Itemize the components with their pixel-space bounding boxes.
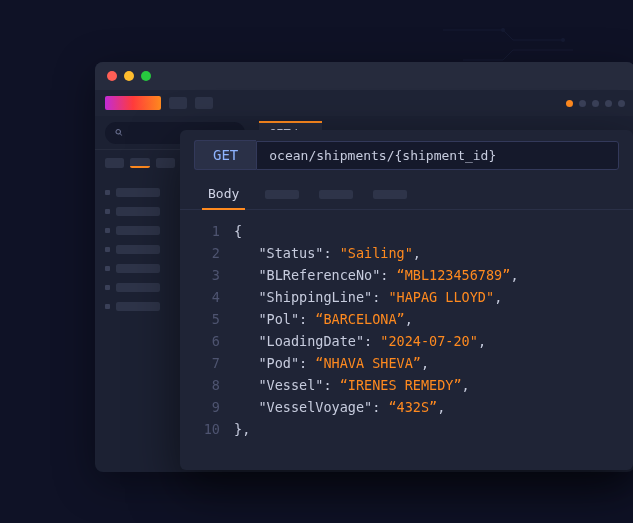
search-icon	[115, 128, 123, 137]
brand-logo	[105, 96, 161, 110]
sidebar-item[interactable]	[105, 245, 175, 254]
sidebar-item[interactable]	[105, 264, 175, 273]
pager-dot[interactable]	[592, 100, 599, 107]
response-panel: GET ocean/shipments/{shipment_id} Body 1…	[180, 130, 633, 470]
pager-dot[interactable]	[605, 100, 612, 107]
http-method-selector[interactable]: GET	[194, 140, 256, 170]
request-url-input[interactable]: ocean/shipments/{shipment_id}	[256, 141, 619, 170]
tab-placeholder[interactable]	[265, 190, 299, 199]
sidebar-tab[interactable]	[105, 158, 124, 168]
tab-placeholder[interactable]	[319, 190, 353, 199]
pager-dot[interactable]	[579, 100, 586, 107]
sidebar-item[interactable]	[105, 283, 175, 292]
sidebar-item[interactable]	[105, 207, 175, 216]
pager-dots	[566, 100, 625, 107]
response-body: 12345678910 { "Status": "Sailing", "BLRe…	[180, 210, 633, 470]
sidebar-tab-active[interactable]	[130, 158, 149, 168]
sidebar-item[interactable]	[105, 302, 175, 311]
request-row: GET ocean/shipments/{shipment_id}	[180, 130, 633, 178]
sidebar-tab[interactable]	[156, 158, 175, 168]
sidebar-list	[105, 188, 175, 311]
close-icon[interactable]	[107, 71, 117, 81]
tab-body[interactable]: Body	[194, 178, 253, 209]
svg-point-0	[501, 28, 505, 32]
minimize-icon[interactable]	[124, 71, 134, 81]
sidebar-item[interactable]	[105, 188, 175, 197]
app-toolbar	[95, 90, 633, 116]
maximize-icon[interactable]	[141, 71, 151, 81]
tab-placeholder[interactable]	[373, 190, 407, 199]
toolbar-item[interactable]	[169, 97, 187, 109]
svg-point-1	[561, 38, 565, 42]
toolbar-item[interactable]	[195, 97, 213, 109]
window-titlebar	[95, 62, 633, 90]
response-tabs: Body	[180, 178, 633, 210]
pager-dot[interactable]	[618, 100, 625, 107]
sidebar	[105, 158, 175, 311]
pager-dot[interactable]	[566, 100, 573, 107]
line-number-gutter: 12345678910	[180, 220, 234, 460]
sidebar-item[interactable]	[105, 226, 175, 235]
json-code[interactable]: { "Status": "Sailing", "BLReferenceNo": …	[234, 220, 633, 460]
